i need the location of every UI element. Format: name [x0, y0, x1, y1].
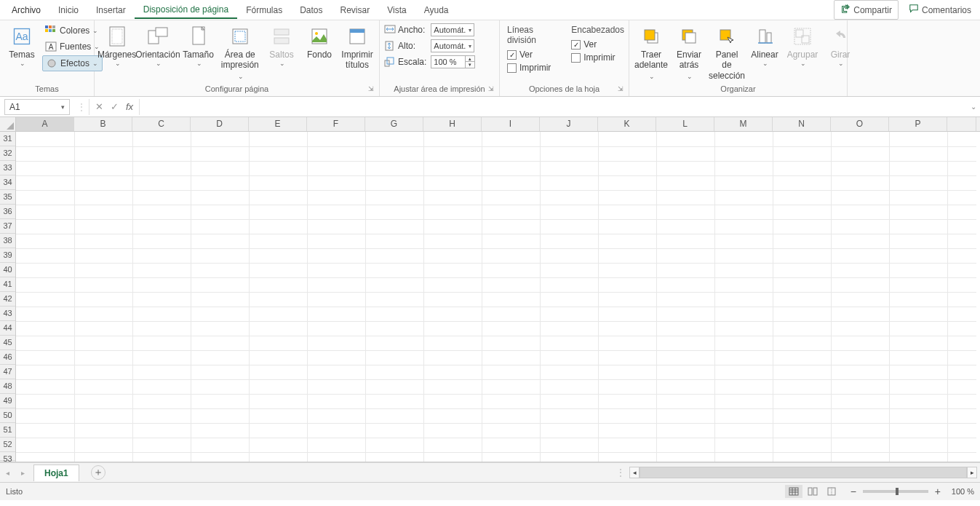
- column-header[interactable]: E: [249, 117, 307, 131]
- margins-button[interactable]: Márgenes⌄: [99, 23, 135, 69]
- print-area-button[interactable]: Área de impresión ⌄: [219, 23, 261, 82]
- share-button[interactable]: Compartir: [834, 0, 899, 20]
- row-header[interactable]: 53: [0, 452, 15, 461]
- background-button[interactable]: Fondo: [302, 23, 337, 61]
- column-header[interactable]: P: [889, 117, 947, 131]
- sheet-tab-hoja1[interactable]: Hoja1: [33, 465, 79, 481]
- column-header[interactable]: M: [714, 117, 773, 131]
- zoom-in-button[interactable]: +: [933, 486, 943, 497]
- tab-nav-first[interactable]: ◂: [0, 469, 15, 477]
- column-header[interactable]: G: [365, 117, 423, 131]
- row-header[interactable]: 37: [0, 219, 15, 234]
- column-header[interactable]: J: [540, 117, 598, 131]
- size-button[interactable]: Tamaño⌄: [181, 23, 216, 69]
- menu-file[interactable]: Archivo: [3, 2, 49, 18]
- view-page-break-button[interactable]: [823, 485, 840, 498]
- align-button[interactable]: Alinear⌄: [747, 23, 782, 69]
- spin-down-icon[interactable]: ▾: [466, 62, 474, 68]
- name-box[interactable]: A1 ▾: [4, 99, 70, 115]
- row-header[interactable]: 36: [0, 205, 15, 219]
- column-header[interactable]: B: [74, 117, 132, 131]
- spreadsheet-grid[interactable]: ABCDEFGHIJKLMNOP 31323334353637383940414…: [0, 117, 980, 462]
- scroll-track[interactable]: [640, 467, 967, 478]
- orientation-button[interactable]: Orientación⌄: [138, 23, 178, 69]
- column-header[interactable]: [947, 117, 976, 131]
- effects-button[interactable]: Efectos⌄: [42, 55, 103, 71]
- zoom-thumb[interactable]: [896, 488, 899, 495]
- cancel-formula-icon[interactable]: ✕: [95, 101, 103, 112]
- row-header[interactable]: 40: [0, 263, 15, 277]
- fonts-button[interactable]: A Fuentes⌄: [42, 39, 103, 54]
- row-header[interactable]: 34: [0, 175, 15, 190]
- cells-area[interactable]: [16, 132, 980, 462]
- row-header[interactable]: 42: [0, 292, 15, 307]
- scroll-thumb[interactable]: [640, 467, 966, 478]
- tab-nav-prev[interactable]: ▸: [15, 469, 31, 477]
- column-header[interactable]: F: [307, 117, 365, 131]
- row-header[interactable]: 48: [0, 379, 15, 394]
- horizontal-scrollbar[interactable]: ◂ ▸: [629, 467, 977, 478]
- view-normal-button[interactable]: [785, 485, 802, 498]
- row-header[interactable]: 33: [0, 161, 15, 175]
- menu-help[interactable]: Ayuda: [415, 2, 458, 18]
- menu-page-layout[interactable]: Disposición de página: [135, 1, 237, 19]
- print-titles-button[interactable]: Imprimir títulos: [340, 23, 375, 72]
- selection-pane-button[interactable]: Panel de selección: [709, 23, 744, 82]
- send-backward-button[interactable]: Enviar atrás ⌄: [672, 23, 706, 82]
- row-header[interactable]: 31: [0, 132, 15, 146]
- row-header[interactable]: 47: [0, 365, 15, 379]
- height-combo[interactable]: Automát.▾: [431, 39, 474, 52]
- row-header[interactable]: 39: [0, 248, 15, 263]
- column-header[interactable]: C: [132, 117, 191, 131]
- column-header[interactable]: H: [423, 117, 482, 131]
- row-header[interactable]: 46: [0, 350, 15, 365]
- scroll-right-icon[interactable]: ▸: [967, 467, 977, 478]
- row-header[interactable]: 43: [0, 307, 15, 321]
- column-header[interactable]: A: [16, 117, 74, 131]
- menu-insert[interactable]: Insertar: [87, 2, 135, 18]
- column-header[interactable]: L: [656, 117, 714, 131]
- row-header[interactable]: 44: [0, 321, 15, 336]
- column-header[interactable]: D: [191, 117, 249, 131]
- bring-forward-button[interactable]: Traer adelante ⌄: [634, 23, 669, 82]
- zoom-out-button[interactable]: −: [848, 486, 859, 497]
- dialog-launcher-icon[interactable]: ⇲: [618, 85, 626, 94]
- row-header[interactable]: 51: [0, 423, 15, 438]
- width-combo[interactable]: Automát.▾: [431, 23, 474, 36]
- row-header[interactable]: 41: [0, 277, 15, 292]
- comments-button[interactable]: Comentarios: [903, 1, 977, 19]
- row-headers[interactable]: 3132333435363738394041424344454647484950…: [0, 132, 16, 462]
- row-header[interactable]: 38: [0, 234, 15, 248]
- menu-review[interactable]: Revisar: [332, 2, 379, 18]
- group-objects-button[interactable]: Agrupar⌄: [785, 23, 820, 69]
- column-header[interactable]: K: [598, 117, 656, 131]
- spin-up-icon[interactable]: ▴: [466, 56, 474, 62]
- scale-spinner[interactable]: ▴▾: [465, 55, 475, 68]
- menu-home[interactable]: Inicio: [49, 2, 87, 18]
- zoom-slider[interactable]: [863, 490, 928, 493]
- menu-view[interactable]: Vista: [378, 2, 415, 18]
- headings-view-checkbox[interactable]: ✓Ver: [571, 39, 624, 50]
- row-header[interactable]: 32: [0, 146, 15, 161]
- column-header[interactable]: O: [831, 117, 889, 131]
- select-all-corner[interactable]: [0, 117, 16, 132]
- row-header[interactable]: 49: [0, 394, 15, 408]
- themes-button[interactable]: Aa Temas ⌄: [4, 23, 39, 69]
- scroll-left-icon[interactable]: ◂: [629, 467, 640, 478]
- view-page-layout-button[interactable]: [804, 485, 821, 498]
- column-header[interactable]: I: [482, 117, 540, 131]
- dialog-launcher-icon[interactable]: ⇲: [488, 85, 497, 94]
- rotate-button[interactable]: Girar⌄: [823, 23, 858, 69]
- colors-button[interactable]: Colores⌄: [42, 23, 103, 38]
- column-header[interactable]: N: [773, 117, 831, 131]
- headings-print-checkbox[interactable]: Imprimir: [571, 52, 624, 63]
- scale-input[interactable]: 100 %: [431, 55, 466, 68]
- row-header[interactable]: 50: [0, 408, 15, 423]
- row-header[interactable]: 45: [0, 336, 15, 350]
- fx-icon[interactable]: fx: [126, 101, 133, 112]
- menu-formulas[interactable]: Fórmulas: [237, 2, 291, 18]
- row-header[interactable]: 35: [0, 190, 15, 205]
- column-headers[interactable]: ABCDEFGHIJKLMNOP: [16, 117, 980, 132]
- enter-formula-icon[interactable]: ✓: [111, 101, 119, 112]
- breaks-button[interactable]: Saltos⌄: [264, 23, 299, 69]
